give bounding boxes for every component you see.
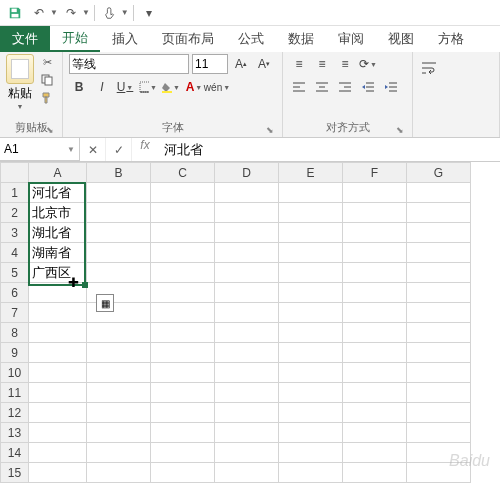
cell-C11[interactable] [151,383,215,403]
cell-G7[interactable] [407,303,471,323]
redo-dropdown-icon[interactable]: ▼ [82,8,90,17]
cell-E13[interactable] [279,423,343,443]
phonetic-icon[interactable]: wén▼ [207,77,227,97]
border-icon[interactable]: ▼ [138,77,158,97]
cell-C5[interactable] [151,263,215,283]
row-header-1[interactable]: 1 [1,183,29,203]
cell-C6[interactable] [151,283,215,303]
cell-B3[interactable] [87,223,151,243]
cell-A15[interactable] [29,463,87,483]
cell-A8[interactable] [29,323,87,343]
cell-B8[interactable] [87,323,151,343]
cell-E11[interactable] [279,383,343,403]
row-header-15[interactable]: 15 [1,463,29,483]
cell-B9[interactable] [87,343,151,363]
cell-B11[interactable] [87,383,151,403]
row-header-10[interactable]: 10 [1,363,29,383]
fill-handle[interactable] [82,282,88,288]
cell-G5[interactable] [407,263,471,283]
cell-B4[interactable] [87,243,151,263]
cell-A3[interactable]: 湖北省 [29,223,87,243]
cell-G12[interactable] [407,403,471,423]
copy-icon[interactable] [38,72,56,88]
cell-G4[interactable] [407,243,471,263]
cell-D13[interactable] [215,423,279,443]
tab-data[interactable]: 数据 [276,26,326,52]
fx-icon[interactable]: fx [132,138,158,161]
increase-indent-icon[interactable] [381,77,401,97]
cell-A4[interactable]: 湖南省 [29,243,87,263]
qat-customize-icon[interactable]: ▾ [138,2,160,24]
cell-E10[interactable] [279,363,343,383]
cell-D9[interactable] [215,343,279,363]
cell-E8[interactable] [279,323,343,343]
cell-F3[interactable] [343,223,407,243]
row-header-2[interactable]: 2 [1,203,29,223]
cell-D4[interactable] [215,243,279,263]
cell-E1[interactable] [279,183,343,203]
autofill-options-icon[interactable]: ▦ [96,294,114,312]
cell-E3[interactable] [279,223,343,243]
cell-F7[interactable] [343,303,407,323]
tab-formulas[interactable]: 公式 [226,26,276,52]
cell-B12[interactable] [87,403,151,423]
cell-D10[interactable] [215,363,279,383]
cell-E4[interactable] [279,243,343,263]
touch-dropdown-icon[interactable]: ▼ [121,8,129,17]
row-header-13[interactable]: 13 [1,423,29,443]
tab-view[interactable]: 视图 [376,26,426,52]
col-header-F[interactable]: F [343,163,407,183]
cell-F12[interactable] [343,403,407,423]
cell-A14[interactable] [29,443,87,463]
align-bottom-icon[interactable]: ≡ [335,54,355,74]
align-dialog-icon[interactable]: ⬊ [396,125,404,135]
cell-G10[interactable] [407,363,471,383]
col-header-C[interactable]: C [151,163,215,183]
col-header-D[interactable]: D [215,163,279,183]
undo-dropdown-icon[interactable]: ▼ [50,8,58,17]
tab-home[interactable]: 开始 [50,26,100,52]
cell-C4[interactable] [151,243,215,263]
formula-input[interactable] [158,138,500,161]
cell-E5[interactable] [279,263,343,283]
cell-D8[interactable] [215,323,279,343]
cell-A9[interactable] [29,343,87,363]
cell-F11[interactable] [343,383,407,403]
col-header-B[interactable]: B [87,163,151,183]
cut-icon[interactable]: ✂ [38,54,56,70]
cell-G13[interactable] [407,423,471,443]
cell-F4[interactable] [343,243,407,263]
cell-E6[interactable] [279,283,343,303]
sheet-table[interactable]: A B C D E F G 1河北省2北京市3湖北省4湖南省5广西区678910… [0,162,471,483]
row-header-3[interactable]: 3 [1,223,29,243]
align-middle-icon[interactable]: ≡ [312,54,332,74]
col-header-A[interactable]: A [29,163,87,183]
align-center-icon[interactable] [312,77,332,97]
save-icon[interactable] [4,2,26,24]
cell-C3[interactable] [151,223,215,243]
cell-B5[interactable] [87,263,151,283]
cell-D15[interactable] [215,463,279,483]
cell-F13[interactable] [343,423,407,443]
cell-D7[interactable] [215,303,279,323]
cell-B10[interactable] [87,363,151,383]
row-header-12[interactable]: 12 [1,403,29,423]
tab-addin[interactable]: 方格 [426,26,476,52]
row-header-14[interactable]: 14 [1,443,29,463]
cancel-formula-icon[interactable]: ✕ [80,138,106,161]
row-header-7[interactable]: 7 [1,303,29,323]
cell-E12[interactable] [279,403,343,423]
tab-file[interactable]: 文件 [0,26,50,52]
cell-C14[interactable] [151,443,215,463]
cell-A7[interactable] [29,303,87,323]
cell-E2[interactable] [279,203,343,223]
redo-icon[interactable]: ↷ [60,2,82,24]
cell-G1[interactable] [407,183,471,203]
cell-D2[interactable] [215,203,279,223]
row-header-9[interactable]: 9 [1,343,29,363]
col-header-E[interactable]: E [279,163,343,183]
row-header-4[interactable]: 4 [1,243,29,263]
cell-D5[interactable] [215,263,279,283]
enter-formula-icon[interactable]: ✓ [106,138,132,161]
cell-G3[interactable] [407,223,471,243]
